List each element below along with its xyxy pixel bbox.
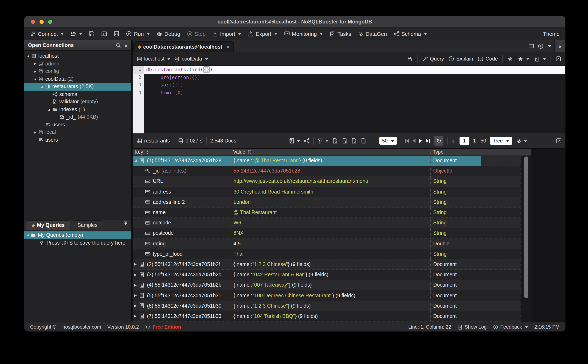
open-external-icon[interactable] — [556, 56, 561, 62]
maximize-window-button[interactable] — [48, 20, 52, 24]
show-log-button[interactable]: Show Log — [457, 324, 487, 330]
tree-item-local[interactable]: ▶local — [24, 129, 131, 136]
field-row[interactable]: address line 2LondonString — [133, 197, 520, 208]
editor-tab[interactable]: ◆ coolData:restaurants@localhost × — [133, 41, 234, 52]
save-button[interactable] — [89, 31, 95, 37]
tree-item-config[interactable]: ▶config — [24, 68, 131, 75]
tree-item-admin[interactable]: ▶admin — [24, 60, 131, 68]
delete-document-button[interactable] — [361, 138, 367, 144]
explain-button[interactable]: Explain — [448, 56, 473, 62]
export-excel-button[interactable] — [289, 138, 300, 144]
tree-item-indexes[interactable]: indexes(1) — [24, 106, 131, 113]
value-cell[interactable]: Thai — [231, 249, 431, 259]
field-row[interactable]: postcode8NXString — [133, 228, 520, 239]
tree-item-users[interactable]: users — [24, 121, 131, 129]
key-cell[interactable]: ▶(7) 55f14312c7447c3da7051b33 — [133, 311, 231, 322]
value-cell[interactable]: { name : "1 2 3 Chinese" } (9 fields) — [231, 260, 431, 270]
value-cell[interactable]: 55f14312c7447c3da7051b28 — [231, 166, 431, 176]
split-view-icon[interactable] — [528, 43, 534, 49]
key-cell[interactable]: ▶(5) 55f14312c7447c3da7051b31 — [133, 291, 231, 301]
key-cell[interactable]: ▶(3) 55f14312c7447c3da7051b2c — [133, 270, 231, 280]
field-row[interactable]: address30 Greyhound Road HammersmithStri… — [133, 187, 520, 197]
column-header-type[interactable]: Type — [431, 149, 481, 155]
field-row[interactable]: type_of_foodThaiString — [133, 249, 520, 259]
key-cell[interactable]: ▶(4) 55f14312c7447c3da7051b2b — [133, 280, 231, 291]
column-header-key[interactable]: Key — [133, 149, 231, 155]
field-row[interactable]: rating4.5Double — [133, 239, 520, 249]
schema-button[interactable]: Schema — [394, 31, 427, 37]
query-builder-button[interactable]: Query — [422, 56, 444, 62]
key-cell[interactable]: type_of_food — [133, 249, 231, 259]
stop-button[interactable]: Stop — [187, 31, 206, 37]
document-row[interactable]: ▶(6) 55f14312c7447c3da7051b30{ name : "1… — [133, 301, 520, 311]
scrollbar-thumb[interactable] — [524, 156, 528, 298]
page-size-select[interactable]: 50 — [379, 137, 397, 145]
close-window-button[interactable] — [31, 20, 35, 24]
view-mode-select[interactable]: Tree — [490, 137, 512, 145]
open-file-button[interactable] — [71, 31, 83, 37]
connection-selector[interactable]: localhost — [137, 56, 171, 62]
tree-item-localhost[interactable]: localhost — [24, 52, 131, 60]
document-row[interactable]: ▶(7) 55f14312c7447c3da7051b33{ name : "1… — [133, 311, 520, 322]
search-icon[interactable] — [116, 43, 121, 48]
database-selector[interactable]: coolData — [174, 56, 208, 62]
unlock-icon[interactable] — [407, 56, 413, 62]
key-cell[interactable]: outcode — [133, 218, 231, 228]
value-cell[interactable]: { name : "104 Turkish BBQ" } (9 fields) — [231, 311, 431, 322]
tab-my-queries[interactable]: ◆My Queries — [26, 220, 71, 230]
add-tab-icon[interactable] — [538, 43, 543, 49]
double-chevron-down-icon[interactable] — [124, 221, 127, 225]
key-cell[interactable]: ▶(2) 55f14312c7447c3da7051b2f — [133, 260, 231, 270]
key-cell[interactable]: postcode — [133, 228, 231, 239]
filter-button[interactable] — [317, 138, 329, 144]
close-tab-icon[interactable]: × — [226, 44, 230, 50]
key-cell[interactable]: rating — [133, 239, 231, 249]
key-cell[interactable]: name — [133, 208, 231, 218]
field-row[interactable]: URLhttp://www.just-eat.co.uk/restaurants… — [133, 176, 520, 187]
refresh-button[interactable]: ↻ — [434, 136, 444, 146]
key-cell[interactable]: URL — [133, 176, 231, 187]
value-cell[interactable]: { name : "@ Thai Restaurant" } (9 fields… — [231, 156, 431, 166]
open-external-icon[interactable] — [556, 138, 562, 144]
favorites-button[interactable] — [517, 56, 530, 62]
results-scrollbar[interactable] — [520, 156, 531, 322]
key-cell[interactable]: address — [133, 187, 231, 197]
site-link[interactable]: nosqlbooster.com — [62, 324, 101, 330]
code-window-button[interactable] — [102, 31, 107, 37]
monitoring-button[interactable]: Monitoring — [284, 31, 323, 37]
key-cell[interactable]: (1) 55f14312c7447c3da7051b28 — [133, 156, 231, 166]
sql-button[interactable] — [114, 31, 120, 37]
chevron-down-icon[interactable] — [548, 45, 551, 47]
free-edition-link[interactable]: Free Edition — [145, 324, 181, 330]
value-cell[interactable]: http://www.just-eat.co.uk/restaurants-at… — [231, 176, 431, 187]
value-cell[interactable]: { name : "1 2 3 Chinese" } (9 fields) — [231, 301, 431, 311]
tree-item-users[interactable]: users — [24, 136, 131, 144]
tree-item-restaurants[interactable]: restaurants(2.5K) — [24, 83, 131, 90]
document-row[interactable]: ▶(5) 55f14312c7447c3da7051b31{ name : "1… — [133, 291, 520, 301]
field-row[interactable]: name@ Thai RestaurantString — [133, 208, 520, 218]
add-document-button[interactable] — [342, 138, 348, 144]
export-button[interactable]: Export — [248, 31, 277, 37]
document-row[interactable]: (1) 55f14312c7447c3da7051b28{ name : "@ … — [133, 156, 520, 166]
column-header-value[interactable]: Value — [231, 149, 431, 155]
document-row[interactable]: ▶(2) 55f14312c7447c3da7051b2f{ name : "1… — [133, 260, 520, 270]
tree-item-validator[interactable]: validator(empty) — [24, 98, 131, 106]
value-cell[interactable]: 8NX — [231, 228, 431, 239]
prev-page-button[interactable] — [413, 139, 416, 143]
next-page-button[interactable] — [419, 139, 422, 143]
collapse-sidebar-icon[interactable]: « — [124, 42, 128, 48]
tree-item-schema[interactable]: schema — [24, 90, 131, 98]
tree-item-cooldata[interactable]: coolData(2) — [24, 75, 131, 83]
tree-item-_id_[interactable]: _id_(44.0KB) — [24, 113, 131, 121]
value-cell[interactable]: @ Thai Restaurant — [231, 208, 431, 218]
run-button[interactable]: Run — [126, 31, 150, 37]
value-cell[interactable]: 30 Greyhound Road Hammersmith — [231, 187, 431, 197]
key-cell[interactable]: address line 2 — [133, 197, 231, 208]
debug-button[interactable]: Debug — [157, 31, 180, 37]
edit-document-button[interactable] — [351, 138, 357, 144]
value-cell[interactable]: { name : "042 Restaurant & Bar" } (9 fie… — [231, 270, 431, 280]
document-row[interactable]: ▶(4) 55f14312c7447c3da7051b2b{ name : "0… — [133, 280, 520, 291]
query-editor[interactable]: 1db.restaurants.find({})2 .projection({}… — [133, 66, 565, 133]
view-document-button[interactable] — [332, 138, 338, 144]
minimize-window-button[interactable] — [39, 20, 44, 24]
